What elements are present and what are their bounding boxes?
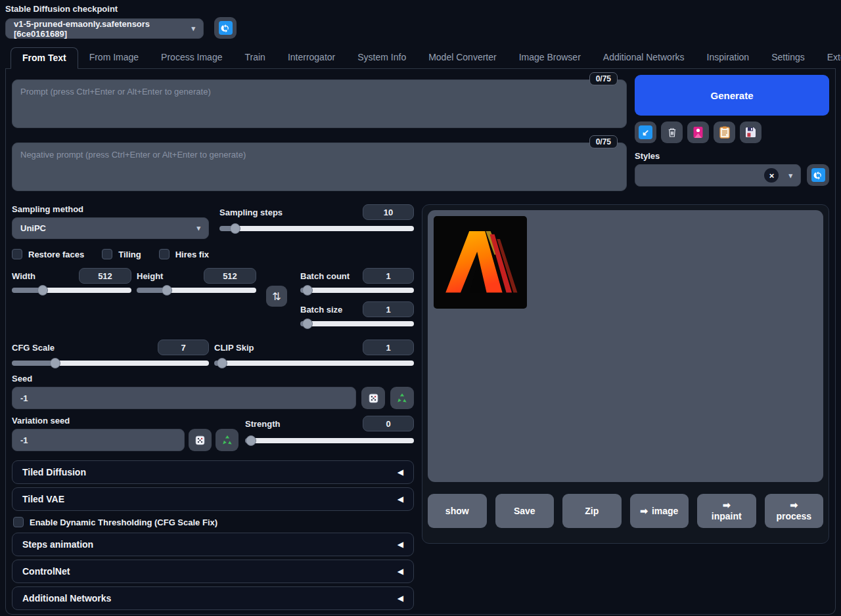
prompt-token-counter: 0/75 xyxy=(589,72,618,85)
tab-additional-networks[interactable]: Additional Networks xyxy=(592,47,696,68)
refresh-checkpoint-button[interactable] xyxy=(214,17,237,39)
strength-slider[interactable] xyxy=(245,438,414,443)
tab-process-image[interactable]: Process Image xyxy=(150,47,233,68)
app-logo xyxy=(441,223,520,302)
show-button[interactable]: show xyxy=(428,494,487,528)
strength-input[interactable] xyxy=(363,416,414,431)
tab-train[interactable]: Train xyxy=(233,47,276,68)
paste-params-button[interactable]: ↙ xyxy=(635,121,656,143)
recycle-icon xyxy=(396,392,408,404)
restore-faces-checkbox[interactable]: Restore faces xyxy=(12,249,84,259)
refresh-icon xyxy=(219,21,233,35)
tab-system-info[interactable]: System Info xyxy=(346,47,417,68)
height-slider[interactable] xyxy=(137,288,256,293)
checkbox-box xyxy=(102,249,112,259)
output-panel: show Save Zip ➡ image ➡ xyxy=(422,204,829,544)
clip-skip-input[interactable] xyxy=(363,340,414,355)
zip-button[interactable]: Zip xyxy=(562,494,622,528)
send-to-inpaint-button[interactable]: ➡ inpaint xyxy=(697,494,756,528)
width-label: Width xyxy=(12,271,35,281)
collapse-arrow-icon: ◀ xyxy=(398,567,403,576)
checkpoint-select[interactable]: v1-5-pruned-emaonly.safetensors [6ce0161… xyxy=(5,18,204,39)
strength-label: Strength xyxy=(245,419,280,429)
checkbox-box xyxy=(12,249,22,259)
trash-icon xyxy=(666,127,678,139)
variation-seed-input[interactable] xyxy=(12,429,185,451)
cfg-scale-label: CFG Scale xyxy=(12,343,55,353)
sampling-method-label: Sampling method xyxy=(12,204,209,214)
dynamic-thresholding-checkbox[interactable]: Enable Dynamic Thresholding (CFG Scale F… xyxy=(13,517,414,527)
batch-size-slider[interactable] xyxy=(300,321,414,326)
save-button[interactable]: Save xyxy=(495,494,555,528)
checkbox-box xyxy=(13,517,24,527)
paste-arrow-icon: ↙ xyxy=(639,125,652,139)
height-label: Height xyxy=(137,271,163,281)
send-to-image-button[interactable]: ➡ image xyxy=(630,494,689,528)
cfg-scale-input[interactable] xyxy=(158,340,209,355)
from-text-panel: 0/75 0/75 Generate ↙ xyxy=(5,69,836,615)
accordion-steps-animation[interactable]: Steps animation ◀ xyxy=(12,533,414,556)
collapse-arrow-icon: ◀ xyxy=(398,540,403,549)
tab-extensions[interactable]: Extensions xyxy=(816,47,841,68)
width-slider[interactable] xyxy=(12,288,131,293)
sampling-steps-input[interactable] xyxy=(363,204,414,220)
swap-dimensions-button[interactable]: ⇅ xyxy=(266,286,287,307)
refresh-styles-button[interactable] xyxy=(807,164,829,186)
reuse-seed-button[interactable] xyxy=(390,387,414,409)
batch-count-label: Batch count xyxy=(300,271,350,281)
tab-settings[interactable]: Settings xyxy=(760,47,816,68)
tab-from-image[interactable]: From Image xyxy=(78,47,150,68)
width-input[interactable] xyxy=(79,268,131,284)
accordion-tiled-vae[interactable]: Tiled VAE ◀ xyxy=(12,487,414,511)
floppy-disk-icon xyxy=(745,127,756,138)
negative-prompt-input[interactable] xyxy=(12,143,627,191)
random-seed-button[interactable] xyxy=(361,387,385,409)
cfg-scale-slider[interactable] xyxy=(12,361,209,366)
tab-image-browser[interactable]: Image Browser xyxy=(508,47,592,68)
clear-styles-icon[interactable]: × xyxy=(764,168,779,183)
gallery-thumbnail[interactable] xyxy=(434,216,527,309)
checkpoint-value: v1-5-pruned-emaonly.safetensors [6ce0161… xyxy=(14,19,186,39)
chevron-down-icon: ▾ xyxy=(788,171,792,180)
batch-count-slider[interactable] xyxy=(300,288,414,293)
hires-fix-checkbox[interactable]: Hires fix xyxy=(159,249,209,259)
send-to-process-button[interactable]: ➡ process xyxy=(765,494,824,528)
clip-skip-label: CLIP Skip xyxy=(214,343,254,353)
tab-from-text[interactable]: From Text xyxy=(11,47,78,69)
accordion-controlnet[interactable]: ControlNet ◀ xyxy=(12,560,414,583)
right-arrow-icon: ➡ xyxy=(790,500,798,511)
tab-model-converter[interactable]: Model Converter xyxy=(417,47,508,68)
negative-prompt-token-counter: 0/75 xyxy=(589,135,618,148)
reuse-variation-seed-button[interactable] xyxy=(216,429,239,451)
clip-skip-slider[interactable] xyxy=(214,361,414,366)
styles-select[interactable]: × ▾ xyxy=(635,164,801,187)
sampling-steps-label: Sampling steps xyxy=(219,208,283,217)
random-variation-seed-button[interactable] xyxy=(189,429,212,451)
accordion-tiled-diffusion[interactable]: Tiled Diffusion ◀ xyxy=(12,460,414,484)
output-gallery[interactable] xyxy=(428,210,823,482)
recycle-icon xyxy=(221,434,233,446)
accordion-additional-networks[interactable]: Additional Networks ◀ xyxy=(12,586,414,610)
sampling-steps-slider[interactable] xyxy=(219,226,414,231)
dice-icon xyxy=(368,393,379,404)
save-style-button[interactable] xyxy=(740,121,761,143)
batch-size-input[interactable] xyxy=(363,301,414,317)
clear-prompt-button[interactable] xyxy=(661,121,683,143)
generate-button[interactable]: Generate xyxy=(635,75,829,116)
batch-count-input[interactable] xyxy=(363,268,414,284)
extra-networks-button[interactable] xyxy=(687,121,709,143)
chevron-down-icon: ▾ xyxy=(191,24,195,33)
tab-inspiration[interactable]: Inspiration xyxy=(696,47,761,68)
sampling-method-select[interactable]: UniPC ▾ xyxy=(12,217,209,239)
seed-input[interactable] xyxy=(12,387,356,409)
right-arrow-icon: ➡ xyxy=(640,506,648,517)
checkbox-box xyxy=(159,249,170,259)
prompt-input[interactable] xyxy=(12,79,627,128)
collapse-arrow-icon: ◀ xyxy=(398,468,403,477)
tab-interrogator[interactable]: Interrogator xyxy=(277,47,346,68)
tiling-checkbox[interactable]: Tiling xyxy=(102,249,141,259)
variation-seed-label: Variation seed xyxy=(12,416,239,426)
height-input[interactable] xyxy=(204,268,256,284)
flower-card-icon xyxy=(693,126,704,139)
apply-style-button[interactable] xyxy=(714,121,735,143)
